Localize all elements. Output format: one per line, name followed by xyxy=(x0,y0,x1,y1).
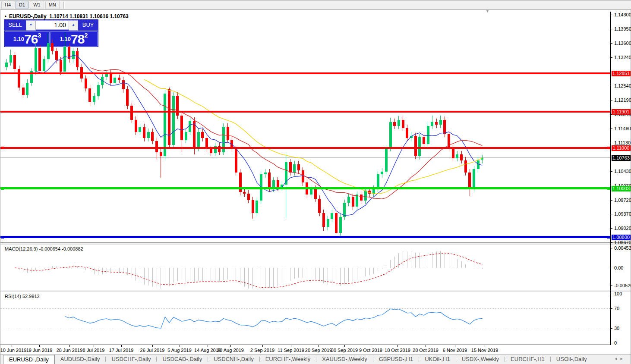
candle-body xyxy=(331,213,333,219)
date-tick xyxy=(69,345,70,347)
candle-body xyxy=(468,173,471,189)
candle-body xyxy=(347,197,350,203)
candle-body xyxy=(418,137,421,156)
candle-body xyxy=(135,120,137,132)
candle-body xyxy=(227,127,229,140)
rsi-canvas[interactable] xyxy=(0,292,610,345)
candle-body xyxy=(76,51,79,67)
candle-body xyxy=(5,63,8,67)
price-tick xyxy=(610,100,612,100)
date-tick xyxy=(455,345,455,347)
tab-scroll-right-icon[interactable]: ▸ xyxy=(620,356,626,361)
price-tick xyxy=(610,143,612,143)
candle-body xyxy=(435,122,438,125)
candle-body xyxy=(160,152,162,156)
candle-body xyxy=(360,195,363,201)
candle-body xyxy=(155,141,158,152)
date-tick xyxy=(230,345,231,347)
candle-body xyxy=(252,200,254,213)
candle-body xyxy=(406,128,408,138)
mt4-terminal: { "toolbar":{"timeframes":[{"label":"H4"… xyxy=(0,0,631,364)
timeframe-button-mn[interactable]: MN xyxy=(45,1,60,9)
date-tick-label: 6 Nov 2019 xyxy=(443,348,467,353)
date-tick-label: 15 Nov 2019 xyxy=(471,348,498,353)
tab-eurchf-h1[interactable]: EURCHF-,H1 xyxy=(505,355,550,364)
line-handle[interactable] xyxy=(1,187,4,190)
candle-body xyxy=(18,69,20,88)
line-handle[interactable] xyxy=(1,147,4,149)
tab-ukoil-h1[interactable]: UKOil-,H1 xyxy=(419,355,456,364)
price-tick-label: 1.08670 xyxy=(614,240,631,245)
date-tick-label: 19 Jun 2019 xyxy=(26,348,53,353)
candle-body xyxy=(293,164,296,173)
line-handle[interactable] xyxy=(1,236,4,238)
horizontal-line-1.10003[interactable] xyxy=(0,187,610,189)
tab-usoil-daily[interactable]: USOil-,Daily xyxy=(551,355,593,364)
date-tick-label: 26 Jul 2019 xyxy=(140,348,165,353)
tab-usdx-weekly[interactable]: USDX-,Weekly xyxy=(456,355,505,364)
date-tick-label: 28 Oct 2019 xyxy=(413,348,439,353)
timeframe-button-d1[interactable]: D1 xyxy=(16,1,28,9)
price-tick-label: 1.10430 xyxy=(614,169,631,174)
date-tick xyxy=(262,345,263,347)
date-tick-label: 11 Sep 2019 xyxy=(278,348,304,353)
tab-usdcad-daily[interactable]: USDCAD-,Daily xyxy=(157,355,208,364)
price-tick xyxy=(610,129,612,129)
chart-window: ▼ ▲EURUSD-,Daily 1.10714 1.10831 1.10616… xyxy=(0,9,631,364)
rsi-axis-label: 70 xyxy=(614,306,619,311)
line-handle[interactable] xyxy=(607,236,610,238)
candle-body xyxy=(427,126,429,144)
horizontal-line-1.12851[interactable] xyxy=(0,72,610,74)
date-tick xyxy=(94,345,94,347)
candle-body xyxy=(218,146,221,152)
toolbar-separator xyxy=(63,2,65,9)
candle-body xyxy=(302,170,304,182)
candle-body xyxy=(97,85,100,96)
candle-body xyxy=(335,213,338,233)
main-chart-canvas[interactable] xyxy=(0,12,610,242)
macd-label: MACD(12,26,9) -0.000654 -0.000882 xyxy=(5,246,83,251)
candle-body xyxy=(268,173,271,189)
price-tick xyxy=(610,242,612,243)
macd-axis-label: 0.00 xyxy=(614,265,623,270)
line-handle[interactable] xyxy=(607,147,610,149)
line-handle[interactable] xyxy=(607,187,610,190)
candle-body xyxy=(256,201,258,213)
tab-usdchf-daily[interactable]: USDCHF-,Daily xyxy=(106,355,156,364)
date-tick xyxy=(319,345,319,347)
price-tick-label: 1.13950 xyxy=(614,26,631,31)
tab-eurchf-weekly[interactable]: EURCHF-,Weekly xyxy=(260,355,316,364)
macd-canvas[interactable] xyxy=(0,244,610,289)
candle-body xyxy=(377,174,379,188)
price-tick-label: 1.14300 xyxy=(614,12,631,17)
horizontal-line-1.088[interactable] xyxy=(0,236,610,238)
tab-scroll-left-icon[interactable]: ◂ xyxy=(615,356,621,361)
candle-body xyxy=(60,60,62,72)
tab-scroll-arrows[interactable]: ◂▸ xyxy=(615,356,626,361)
timeframe-button-h4[interactable]: H4 xyxy=(1,1,14,9)
timeframe-button-w1[interactable]: W1 xyxy=(30,1,44,9)
tab-eurusd-daily[interactable]: EURUSD-,Daily xyxy=(3,355,55,364)
candle-body xyxy=(277,180,279,187)
candle-body xyxy=(201,132,204,138)
candle-body xyxy=(93,96,95,101)
rsi-axis-label: 30 xyxy=(614,326,619,331)
price-tick xyxy=(610,57,612,58)
horizontal-line-1.11901[interactable] xyxy=(0,111,610,113)
chart-tabs-bar: EURUSD-,DailyAUDUSD-,DailyUSDCHF-,DailyU… xyxy=(0,355,631,364)
tab-audusd-daily[interactable]: AUDUSD-,Daily xyxy=(55,355,106,364)
tab-xauusd-weekly[interactable]: XAUUSD-,Weekly xyxy=(316,355,373,364)
candle-body xyxy=(38,48,41,71)
tab-gbpusd-h1[interactable]: GBPUSD-,H1 xyxy=(373,355,419,364)
candle-body xyxy=(197,132,200,148)
candle-body xyxy=(318,199,321,213)
date-tick xyxy=(12,345,12,347)
candle-body xyxy=(164,94,166,156)
horizontal-line-1.11[interactable] xyxy=(0,147,610,149)
price-tick-label: 1.11480 xyxy=(614,126,631,131)
price-tick-label: 1.13240 xyxy=(614,55,631,60)
candle-body xyxy=(414,136,417,156)
candle-body xyxy=(151,132,154,141)
tab-usdcnh-daily[interactable]: USDCNH-,Daily xyxy=(208,355,259,364)
date-tick xyxy=(344,345,345,347)
